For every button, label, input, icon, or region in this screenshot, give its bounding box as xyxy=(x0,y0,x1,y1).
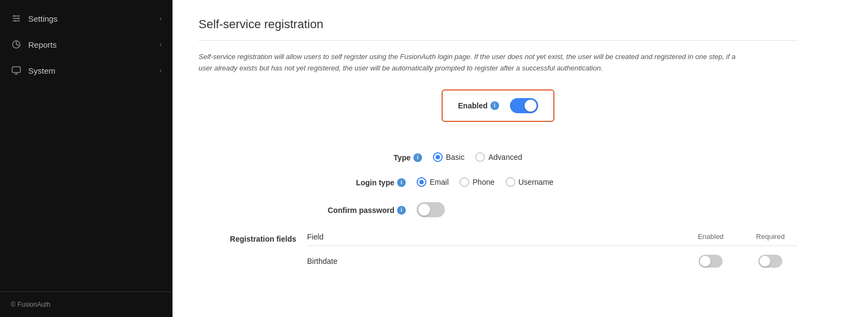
confirm-password-toggle[interactable] xyxy=(417,202,445,217)
type-label-text: Type xyxy=(393,153,411,162)
description-text: Self-service registration will allow use… xyxy=(199,51,741,74)
svg-point-5 xyxy=(15,20,16,22)
login-type-email-label: Email xyxy=(430,178,449,186)
type-option-basic[interactable]: Basic xyxy=(433,152,464,162)
enabled-label: Enabled i xyxy=(458,101,499,110)
sidebar-item-reports-label: Reports xyxy=(28,40,57,49)
registration-fields-label: Registration fields xyxy=(199,232,307,272)
sidebar-item-settings-label: Settings xyxy=(28,14,58,23)
birthdate-enabled-toggle-cell xyxy=(678,255,743,268)
system-chevron-icon: ‹ xyxy=(159,67,162,74)
sidebar-item-reports[interactable]: Reports ‹ xyxy=(0,31,173,57)
main-content: Self-service registration Self-service r… xyxy=(173,0,868,317)
login-type-username-label: Username xyxy=(519,178,554,186)
sidebar-item-settings[interactable]: Settings ‹ xyxy=(0,5,173,31)
section-title: Self-service registration xyxy=(199,17,797,31)
birthdate-enabled-thumb xyxy=(700,256,711,267)
enabled-toggle[interactable] xyxy=(510,98,538,113)
settings-icon xyxy=(11,13,22,24)
registration-fields-table: Field Enabled Required Birthdate xyxy=(307,232,797,272)
type-radio-basic xyxy=(433,152,443,162)
type-label: Type i xyxy=(335,152,433,162)
reg-fields-header: Field Enabled Required xyxy=(307,232,797,246)
login-type-phone-label: Phone xyxy=(473,178,494,186)
birthdate-enabled-track xyxy=(699,255,723,268)
login-type-option-phone[interactable]: Phone xyxy=(459,177,494,187)
birthdate-required-toggle[interactable] xyxy=(758,255,782,268)
svg-rect-7 xyxy=(12,67,21,73)
login-type-option-username[interactable]: Username xyxy=(506,177,554,187)
toggle-track xyxy=(510,98,538,113)
sidebar-nav: Settings ‹ Reports ‹ xyxy=(0,0,173,292)
login-type-radio-email-dot xyxy=(419,180,424,184)
confirm-password-toggle-track xyxy=(417,202,445,217)
type-advanced-label: Advanced xyxy=(488,153,522,161)
login-type-radio-username xyxy=(506,177,515,187)
settings-chevron-icon: ‹ xyxy=(159,15,162,22)
type-radio-advanced xyxy=(475,152,485,162)
sidebar-item-system[interactable]: System ‹ xyxy=(0,57,173,83)
required-col-header: Required xyxy=(743,232,797,241)
confirm-password-info-icon[interactable]: i xyxy=(397,206,406,215)
birthdate-required-thumb xyxy=(760,256,770,267)
birthdate-required-track xyxy=(758,255,782,268)
login-type-option-email[interactable]: Email xyxy=(417,177,449,187)
confirm-password-toggle-thumb xyxy=(418,204,430,216)
type-basic-label: Basic xyxy=(446,153,464,161)
reports-chevron-icon: ‹ xyxy=(159,41,162,48)
table-row: Birthdate xyxy=(307,250,797,272)
login-type-radio-group: Email Phone Username xyxy=(417,177,553,187)
enabled-col-header: Enabled xyxy=(678,232,743,241)
sidebar: Settings ‹ Reports ‹ xyxy=(0,0,173,317)
field-birthdate: Birthdate xyxy=(307,257,678,266)
confirm-password-label-text: Confirm password xyxy=(328,206,394,215)
type-radio-group: Basic Advanced xyxy=(433,152,522,162)
login-type-radio-email xyxy=(417,177,426,187)
system-icon xyxy=(11,65,22,76)
enabled-info-icon[interactable]: i xyxy=(490,101,499,110)
login-type-info-icon[interactable]: i xyxy=(397,178,406,187)
birthdate-required-toggle-cell xyxy=(743,255,797,268)
footer-text: © FusionAuth xyxy=(11,301,50,308)
login-type-radio-phone xyxy=(459,177,469,187)
sidebar-item-system-label: System xyxy=(28,66,55,75)
field-col-header: Field xyxy=(307,232,678,241)
confirm-password-label: Confirm password i xyxy=(308,205,417,215)
enabled-text: Enabled xyxy=(458,101,487,110)
type-radio-basic-dot xyxy=(436,155,440,159)
enabled-highlight-box: Enabled i xyxy=(442,89,554,122)
svg-point-3 xyxy=(14,15,15,17)
type-info-icon[interactable]: i xyxy=(413,153,422,162)
reports-icon xyxy=(11,39,22,50)
birthdate-enabled-toggle[interactable] xyxy=(699,255,723,268)
sidebar-footer: © FusionAuth xyxy=(0,292,173,317)
divider xyxy=(199,40,797,41)
type-option-advanced[interactable]: Advanced xyxy=(475,152,522,162)
login-type-label-text: Login type xyxy=(356,178,394,187)
login-type-label: Login type i xyxy=(308,177,417,187)
svg-point-4 xyxy=(17,18,19,20)
toggle-thumb xyxy=(525,100,537,112)
